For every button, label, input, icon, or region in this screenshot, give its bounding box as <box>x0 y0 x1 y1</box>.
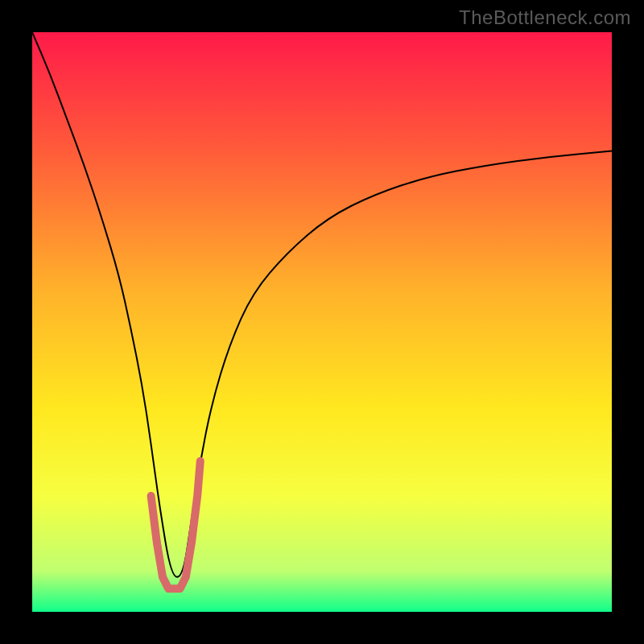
highlight-segment <box>151 461 200 588</box>
watermark-text: TheBottleneck.com <box>459 6 631 29</box>
chart-curves <box>32 32 612 612</box>
plot-area <box>32 32 612 612</box>
bottleneck-curve <box>32 32 612 577</box>
